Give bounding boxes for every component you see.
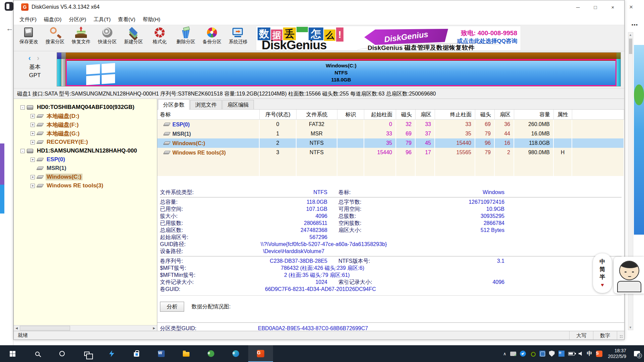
menu-item-3[interactable]: 工具(T) bbox=[90, 15, 114, 24]
scroll-up-icon[interactable]: ▲ bbox=[629, 33, 632, 37]
column-header-10[interactable]: 容量 bbox=[514, 110, 554, 119]
column-header-7[interactable]: 终止柱面 bbox=[435, 110, 475, 119]
tray-bluebird-icon[interactable] bbox=[520, 351, 526, 357]
expand-box-icon[interactable]: + bbox=[31, 175, 35, 179]
tree-item--d-[interactable]: +本地磁盘(D:) bbox=[14, 112, 157, 120]
taskbar-green-browser-icon[interactable]: e bbox=[199, 345, 223, 362]
column-header-5[interactable]: 磁头 bbox=[396, 110, 416, 119]
back-arrow-icon[interactable]: ← bbox=[6, 24, 13, 33]
tree-horizontal-scrollbar[interactable]: ◀ ▶ bbox=[14, 325, 157, 331]
scroll-left-icon[interactable]: ◀ bbox=[14, 325, 19, 331]
menu-item-2[interactable]: 分区(P) bbox=[65, 15, 90, 24]
analyze-button[interactable]: 分析 bbox=[160, 302, 184, 312]
toolbar-backup-partition-button[interactable]: 备份分区 bbox=[199, 25, 225, 51]
collapse-box-icon[interactable]: - bbox=[20, 149, 25, 153]
tray-tray-chevron-icon[interactable]: ∧ bbox=[503, 351, 506, 356]
tray-volume-icon[interactable]: ) bbox=[579, 352, 583, 356]
table-row-esp-0-[interactable]: ESP(0)0FAT3203233336936260.0MB bbox=[157, 120, 624, 129]
prev-disk-arrow-icon[interactable]: ‹ bbox=[29, 54, 33, 62]
column-header-8[interactable]: 磁头 bbox=[475, 110, 495, 119]
tray-defender-icon[interactable]: × bbox=[549, 351, 555, 357]
menu-item-1[interactable]: 磁盘(D) bbox=[40, 15, 65, 24]
tab-扇区编辑[interactable]: 扇区编辑 bbox=[222, 100, 254, 109]
partition-block-msr[interactable] bbox=[61, 53, 66, 86]
tray-intel-icon[interactable] bbox=[539, 351, 545, 357]
tray-snowflake-icon[interactable]: ✳ bbox=[558, 351, 565, 357]
menu-item-0[interactable]: 文件(F) bbox=[16, 15, 40, 24]
partition-block-esp[interactable] bbox=[57, 53, 61, 86]
expand-box-icon[interactable]: + bbox=[31, 184, 35, 188]
column-header-9[interactable]: 扇区 bbox=[495, 110, 514, 119]
tree-item-esp-0-[interactable]: +ESP(0) bbox=[14, 155, 157, 164]
tree-item-hd0-toshibamq04abf100-932gb-[interactable]: -HD0:TOSHIBAMQ04ABF100(932GB) bbox=[14, 103, 157, 112]
tab-分区参数[interactable]: 分区参数 bbox=[158, 99, 190, 110]
taskbar-store-icon[interactable] bbox=[124, 345, 149, 362]
toolbar-system-migrate-button[interactable]: 系统迁移 bbox=[225, 25, 251, 51]
expand-box-icon[interactable]: + bbox=[31, 158, 35, 162]
taskbar-word-icon[interactable]: W bbox=[149, 345, 174, 362]
expand-box-icon[interactable]: + bbox=[31, 131, 35, 136]
partition-block-windows-c[interactable]: Windows(C:) NTFS 118.0GB bbox=[66, 53, 616, 86]
toolbar-delete-partition-button[interactable]: 删除分区 bbox=[173, 25, 199, 51]
toolbar-search-partition-button[interactable]: 搜索分区 bbox=[42, 25, 68, 51]
expand-box-icon[interactable]: + bbox=[31, 114, 35, 118]
table-row-windows-c-[interactable]: Windows(C:)2NTFS357945154409616118.0GB bbox=[157, 138, 624, 148]
column-header-0[interactable]: 卷标 bbox=[157, 110, 260, 119]
scrollbar-thumb[interactable] bbox=[629, 39, 632, 54]
background-close-icon[interactable]: × bbox=[629, 3, 633, 11]
scrollbar-thumb[interactable] bbox=[20, 326, 70, 330]
tree-item-windows-re-tools-3-[interactable]: +Windows RE tools(3) bbox=[14, 181, 157, 190]
partition-block-re-tools[interactable] bbox=[616, 53, 621, 86]
taskbar-clock[interactable]: 18:37 2022/5/9 bbox=[608, 348, 627, 359]
maximize-button[interactable]: □ bbox=[587, 0, 604, 14]
notification-center-icon[interactable]: 2 bbox=[632, 349, 642, 359]
tree-item-recovery-e-[interactable]: +RECOVERY(E:) bbox=[14, 138, 157, 146]
next-disk-arrow-icon[interactable]: › bbox=[37, 54, 41, 62]
taskbar-start-icon[interactable] bbox=[0, 345, 25, 362]
taskbar-explorer-icon[interactable] bbox=[174, 345, 199, 362]
expand-box-icon[interactable]: + bbox=[31, 123, 35, 127]
table-row-msr-1-[interactable]: MSR(1)1MSR33693735794416.0MB bbox=[157, 129, 624, 138]
column-header-2[interactable]: 文件系统 bbox=[297, 110, 337, 119]
taskbar-diskgenius-icon[interactable]: G bbox=[248, 345, 273, 362]
collapse-box-icon[interactable]: - bbox=[20, 105, 25, 110]
taskbar-task-view-icon[interactable] bbox=[74, 345, 99, 362]
toolbar-recover-files-button[interactable]: 恢复文件 bbox=[68, 25, 94, 51]
toolbar-format-button[interactable]: 格式化 bbox=[147, 25, 173, 51]
taskbar-search-icon[interactable] bbox=[25, 345, 50, 362]
column-header-3[interactable]: 标识 bbox=[337, 110, 364, 119]
scroll-right-icon[interactable]: ▶ bbox=[151, 325, 157, 331]
column-header-4[interactable]: 起始柱面 bbox=[364, 110, 396, 119]
close-button[interactable]: × bbox=[604, 0, 622, 14]
table-row-windows-re-tools-3-[interactable]: Windows RE tools(3)3NTFS1544096171556579… bbox=[157, 148, 624, 157]
sogou-mascot[interactable] bbox=[614, 257, 644, 294]
scroll-down-icon[interactable]: ▼ bbox=[629, 326, 632, 329]
toolbar-save-changes-button[interactable]: 保存更改 bbox=[16, 25, 42, 51]
taskbar-edge-icon[interactable]: e bbox=[223, 345, 248, 362]
taskbar-thunder-icon[interactable] bbox=[99, 345, 124, 362]
toolbar-new-partition-button[interactable]: 新建分区 bbox=[120, 25, 147, 51]
resize-grip[interactable] bbox=[617, 331, 624, 340]
tray-printer-icon[interactable]: ✓ bbox=[510, 352, 516, 356]
column-header-1[interactable]: 序号(状态) bbox=[260, 110, 297, 119]
taskbar-cortana-icon[interactable] bbox=[50, 345, 74, 362]
banner-ad[interactable]: 数据丢怎么! DiskGenius DiskGenius 致电: 400-008… bbox=[256, 26, 521, 51]
tree-item--g-[interactable]: +本地磁盘(G:) bbox=[14, 129, 157, 138]
menu-item-4[interactable]: 查看(V) bbox=[114, 15, 139, 24]
background-menu-dots-icon[interactable]: ⋯ bbox=[631, 21, 638, 29]
tray-ime-zh-icon[interactable]: 中 bbox=[587, 350, 592, 357]
tree-item--f-[interactable]: +本地磁盘(F:) bbox=[14, 120, 157, 129]
expand-box-icon[interactable]: + bbox=[31, 140, 35, 144]
menu-item-5[interactable]: 帮助(H) bbox=[139, 15, 164, 24]
column-header-6[interactable]: 扇区 bbox=[416, 110, 435, 119]
tray-power-icon[interactable] bbox=[568, 352, 575, 356]
tray-nvidia-icon[interactable] bbox=[530, 351, 536, 357]
tree-item-msr-1-[interactable]: +MSR(1) bbox=[14, 164, 157, 173]
column-header-11[interactable]: 属性 bbox=[554, 110, 572, 119]
minimize-button[interactable]: ─ bbox=[569, 0, 587, 14]
toolbar-quick-partition-button[interactable]: 快速分区 bbox=[94, 25, 120, 51]
tree-item-hd1-samsungmznln128hahq-000[interactable]: -HD1:SAMSUNGMZNLN128HAHQ-000 bbox=[14, 146, 157, 155]
sogou-ime-bar[interactable]: 中简半♥ bbox=[593, 253, 612, 293]
tray-sogou-icon[interactable]: S bbox=[596, 351, 602, 357]
tab-浏览文件[interactable]: 浏览文件 bbox=[190, 100, 222, 109]
